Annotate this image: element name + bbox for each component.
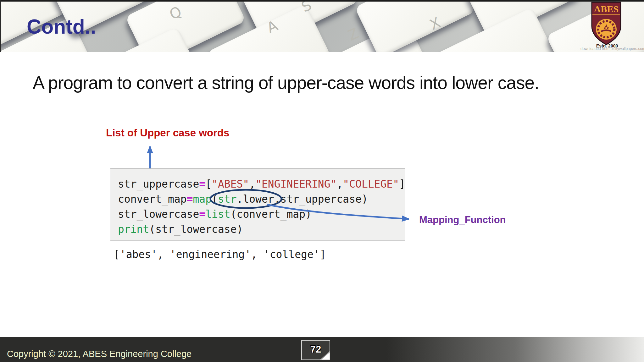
code-output: ['abes', 'engineering', 'college'] xyxy=(114,248,326,261)
header-keyboard-banner: Q S A Z X xyxy=(0,0,644,52)
code-line-2: convert_map=map(str.lower,str_uppercase) xyxy=(118,192,405,207)
page-curl-icon xyxy=(321,352,330,360)
mapping-function-label: Mapping_Function xyxy=(419,214,506,226)
slide-left-edge xyxy=(0,0,1,52)
presentation-slide: Q S A Z X Contd.. ABES Estd. 2000 downlo… xyxy=(0,0,644,362)
logo-estd-text: Estd. 2000 xyxy=(596,43,618,48)
copyright-text: Copyright © 2021, ABES Engineering Colle… xyxy=(7,349,192,359)
abes-logo-text: ABES xyxy=(594,4,619,14)
slide-heading: A program to convert a string of upper-c… xyxy=(33,72,539,93)
slide-top-edge xyxy=(0,0,644,2)
abes-logo: ABES xyxy=(591,1,622,46)
code-block: str_uppercase=["ABES","ENGINEERING","COL… xyxy=(110,168,405,241)
code-line-3: str_lowercase=list(convert_map) xyxy=(118,207,405,222)
page-number-box: 72 xyxy=(301,340,330,360)
footer-bar: Copyright © 2021, ABES Engineering Colle… xyxy=(0,337,644,362)
code-line-4: print(str_lowercase) xyxy=(118,222,405,237)
code-line-1: str_uppercase=["ABES","ENGINEERING","COL… xyxy=(118,177,405,192)
keycap-letter-z: Z xyxy=(345,25,361,44)
slide-title: Contd.. xyxy=(27,15,96,38)
list-of-uppercase-label: List of Upper case words xyxy=(106,127,229,139)
